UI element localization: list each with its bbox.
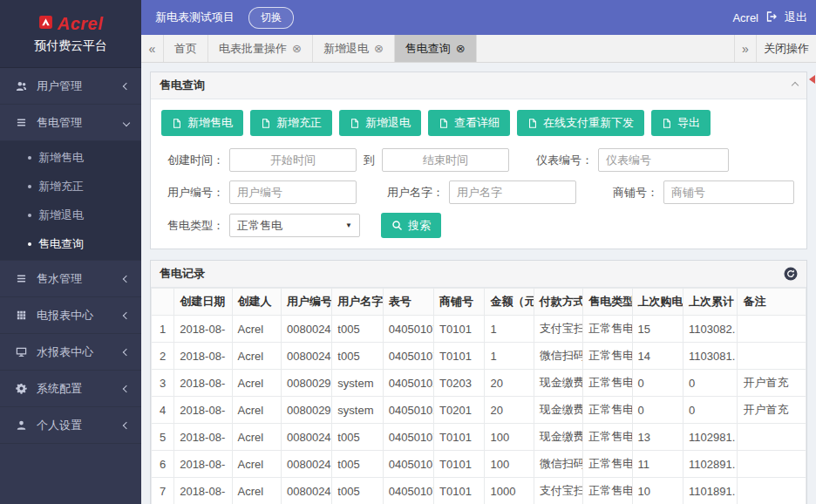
table-cell: 0 (683, 397, 737, 424)
column-header-0: 创建日期 (174, 289, 232, 316)
filter-row-3: 售电类型： 正常售电 ▼ 搜索 (161, 213, 796, 238)
bullet-icon (28, 214, 31, 217)
search-button[interactable]: 搜索 (381, 213, 441, 238)
user-name-input[interactable] (449, 180, 576, 204)
shop-no-label: 商铺号： (595, 185, 658, 201)
toolbar-button-0[interactable]: 新增售电 (161, 110, 243, 136)
tabbar: « 首页电表批量操作⊗新增退电⊗售电查询⊗ » 关闭操作 (141, 35, 816, 63)
water-report-icon (16, 346, 28, 358)
sale-type-label: 售电类型： (161, 218, 224, 234)
sidebar-group-3[interactable]: 电报表中心 (0, 297, 141, 334)
table-cell: Acrel (232, 397, 281, 424)
column-header-10: 上次累计 (683, 289, 737, 316)
switch-project-button[interactable]: 切换 (248, 7, 294, 29)
toolbar-button-2[interactable]: 新增退电 (339, 110, 421, 136)
records-panel: 售电记录 创建日期创建人用户编号用户名字表号商铺号金额（元付款方式售电类型上次购… (150, 260, 807, 504)
table-row[interactable]: 22018-08-Acrel0080024t00504050107T01011微… (152, 343, 806, 370)
table-cell: 现金缴费 (534, 424, 582, 451)
sidebar-group-4[interactable]: 水报表中心 (0, 334, 141, 371)
shop-no-input[interactable] (663, 180, 794, 204)
table-cell: 正常售电 (583, 370, 632, 397)
table-cell: 1 (485, 316, 534, 343)
column-header-3: 用户名字 (332, 289, 383, 316)
sidebar-group-label: 个人设置 (37, 418, 115, 433)
tabbar-right: » 关闭操作 (734, 35, 816, 62)
column-header-5: 商铺号 (434, 289, 485, 316)
chevron-down-icon (123, 119, 130, 126)
close-icon[interactable]: ⊗ (374, 43, 384, 54)
tabs-scroll-left-icon[interactable]: « (141, 35, 164, 62)
table-cell: 正常售电 (583, 343, 632, 370)
table-cell: Acrel (232, 370, 281, 397)
tab-0[interactable]: 首页 (164, 35, 208, 62)
tab-label: 售电查询 (405, 41, 451, 57)
table-cell: 0080024 (281, 316, 331, 343)
row-index: 7 (152, 478, 174, 504)
collapse-icon[interactable] (792, 82, 799, 89)
row-index: 6 (152, 451, 174, 478)
create-time-label: 创建时间： (161, 153, 224, 168)
bullet-icon (28, 242, 31, 246)
meter-no-input[interactable] (598, 148, 729, 172)
file-icon (350, 118, 360, 129)
table-cell (738, 316, 806, 343)
table-cell: 0 (632, 397, 683, 424)
refresh-icon[interactable] (784, 267, 798, 281)
table-row[interactable]: 12018-08-Acrel0080024t00504050107T01011支… (152, 316, 806, 343)
table-row[interactable]: 52018-08-Acrel0080024t00504050107T010110… (152, 424, 806, 451)
table-cell: T0201 (434, 397, 485, 424)
table-cell: 04050107 (383, 424, 433, 451)
table-row[interactable]: 42018-08-Acrel0080029system04050102T0201… (152, 397, 806, 424)
query-panel-body: 新增售电新增充正新增退电查看详细在线支付重新下发导出 创建时间： 到 仪表编号：… (151, 99, 806, 249)
sidebar-group-2[interactable]: 售水管理 (0, 261, 141, 297)
table-cell: 04050107 (383, 343, 433, 370)
sidebar-item-1-0[interactable]: 新增售电 (0, 143, 141, 172)
close-operations-menu[interactable]: 关闭操作 (757, 35, 816, 62)
sidebar-item-1-3[interactable]: 售电查询 (0, 229, 141, 258)
tab-1[interactable]: 电表批量操作⊗ (208, 35, 313, 62)
logout-link[interactable]: 退出 (785, 10, 807, 25)
start-time-input[interactable] (229, 148, 357, 172)
row-index: 3 (152, 370, 174, 397)
close-icon[interactable]: ⊗ (292, 43, 302, 54)
sidebar-group-6[interactable]: 个人设置 (0, 407, 141, 444)
toolbar-button-1[interactable]: 新增充正 (250, 110, 332, 136)
logout-icon[interactable] (765, 10, 778, 25)
table-cell: 2018-08- (174, 451, 232, 478)
tabs-scroll-right-icon[interactable]: » (734, 35, 757, 62)
end-time-input[interactable] (382, 148, 509, 172)
table-cell: 正常售电 (583, 451, 632, 478)
acrel-logo-icon (38, 15, 53, 32)
toolbar-button-3[interactable]: 查看详细 (428, 110, 510, 136)
query-panel-header: 售电查询 (151, 72, 806, 99)
table-row[interactable]: 72018-08-Acrel0080024t00504050107T010110… (152, 478, 806, 504)
sidebar-item-1-1[interactable]: 新增充正 (0, 172, 141, 201)
close-icon[interactable]: ⊗ (456, 43, 466, 54)
user-no-input[interactable] (229, 180, 357, 204)
app-root: Acrel 预付费云平台 用户管理售电管理新增售电新增充正新增退电售电查询售水管… (0, 0, 816, 504)
table-cell: system (332, 370, 383, 397)
table-cell: 20 (485, 370, 534, 397)
sidebar-item-1-2[interactable]: 新增退电 (0, 201, 141, 229)
table-cell: 开户首充 (738, 370, 806, 397)
sidebar: Acrel 预付费云平台 用户管理售电管理新增售电新增充正新增退电售电查询售水管… (0, 0, 141, 504)
toolbar-button-5[interactable]: 导出 (651, 110, 711, 136)
sidebar-group-1[interactable]: 售电管理 (0, 105, 141, 141)
column-header-9: 上次购电 (632, 289, 683, 316)
table-cell: 04050107 (383, 316, 433, 343)
sale-type-select[interactable]: 正常售电 ▼ (229, 214, 360, 237)
sidebar-group-0[interactable]: 用户管理 (0, 68, 141, 105)
table-cell: system (332, 397, 383, 424)
tab-3[interactable]: 售电查询⊗ (395, 35, 477, 62)
chevron-left-icon (123, 348, 130, 355)
table-row[interactable]: 32018-08-Acrel0080029system04050102T0203… (152, 370, 806, 397)
table-cell: 0080024 (281, 478, 331, 504)
tab-list: 首页电表批量操作⊗新增退电⊗售电查询⊗ (164, 35, 477, 62)
table-row[interactable]: 62018-08-Acrel0080024t00504050107T010110… (152, 451, 806, 478)
sidebar-menu: 用户管理售电管理新增售电新增充正新增退电售电查询售水管理电报表中心水报表中心系统… (0, 68, 141, 504)
column-header-1: 创建人 (232, 289, 281, 316)
toolbar-button-4[interactable]: 在线支付重新下发 (517, 110, 644, 136)
sidebar-group-5[interactable]: 系统配置 (0, 371, 141, 407)
tab-2[interactable]: 新增退电⊗ (313, 35, 395, 62)
toolbar-button-label: 查看详细 (454, 115, 500, 131)
